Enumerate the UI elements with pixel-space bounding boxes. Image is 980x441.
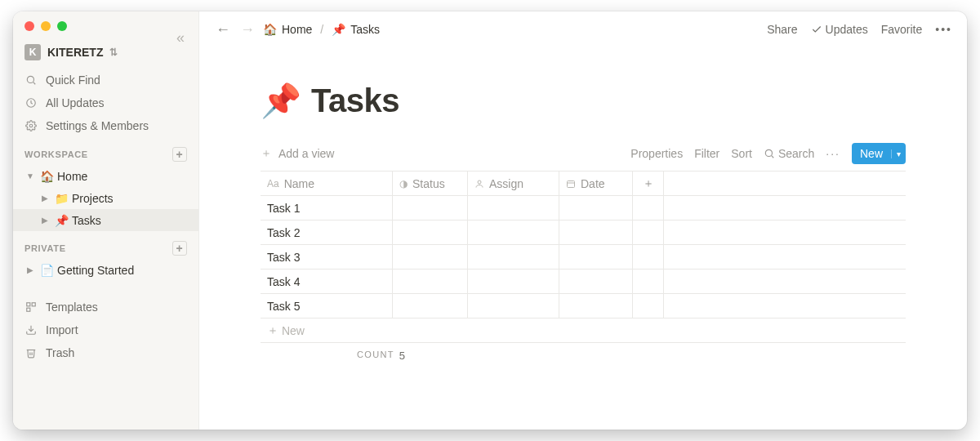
pushpin-icon[interactable]: 📌 [261, 82, 301, 120]
updates-label: Updates [826, 23, 868, 36]
pushpin-icon: 📌 [54, 214, 69, 227]
plus-icon: ＋ [267, 323, 278, 338]
caret-right-icon[interactable]: ▶ [39, 216, 51, 225]
new-record-button[interactable]: New ▾ [852, 143, 906, 164]
templates-button[interactable]: Templates [13, 296, 198, 318]
chevron-down-icon[interactable]: ▾ [891, 149, 906, 158]
filter-button[interactable]: Filter [694, 147, 719, 160]
quick-find-label: Quick Find [46, 74, 100, 87]
nav-back-button[interactable]: ← [214, 21, 232, 38]
sidebar-item-home[interactable]: ▼ 🏠 Home [13, 165, 198, 187]
settings-members[interactable]: Settings & Members [13, 114, 198, 137]
add-column-button[interactable]: ＋ [633, 172, 664, 195]
folder-icon: 📁 [54, 192, 69, 205]
updates-button[interactable]: Updates [811, 23, 868, 36]
favorite-button[interactable]: Favorite [881, 23, 923, 36]
caret-down-icon[interactable]: ▼ [24, 172, 36, 180]
select-prop-icon: ◑ [399, 178, 408, 189]
svg-point-10 [478, 180, 481, 184]
search-icon [764, 148, 775, 159]
section-workspace-header: WORKSPACE + [13, 137, 198, 165]
table-header-row: Aa Name ◑ Status Assign [261, 172, 906, 196]
page-icon: 📄 [39, 264, 54, 277]
add-view-label: Add a view [278, 147, 334, 160]
page-body: 📌 Tasks ＋ Add a view Properties Filter S… [199, 47, 967, 430]
sidebar-item-label: Home [57, 170, 87, 183]
section-private-header: PRIVATE + [13, 231, 198, 259]
close-window-button[interactable] [24, 21, 34, 31]
clock-icon [24, 97, 38, 109]
add-view-button[interactable]: ＋ Add a view [261, 146, 334, 161]
count-label: COUNT [357, 350, 394, 362]
main-pane: ← → 🏠 Home / 📌 Tasks Share Updates Favor… [199, 11, 967, 430]
topbar: ← → 🏠 Home / 📌 Tasks Share Updates Favor… [199, 11, 967, 47]
settings-label: Settings & Members [46, 119, 149, 132]
zoom-window-button[interactable] [57, 21, 67, 31]
home-icon: 🏠 [39, 170, 54, 183]
chevron-updown-icon: ⇅ [109, 47, 118, 58]
caret-right-icon[interactable]: ▶ [39, 194, 51, 203]
new-label: New [852, 147, 891, 160]
workspace-name: KITERETZ [47, 46, 103, 59]
sidebar-item-projects[interactable]: ▶ 📁 Projects [13, 187, 198, 209]
properties-button[interactable]: Properties [630, 147, 683, 160]
sidebar: « K KITERETZ ⇅ Quick Find All Updates Se… [13, 11, 199, 430]
templates-icon [24, 301, 38, 313]
column-label: Status [412, 177, 445, 190]
new-row-label: New [282, 324, 305, 337]
nav-forward-button[interactable]: → [238, 21, 256, 38]
sidebar-item-label: Getting Started [57, 264, 134, 277]
column-header-date[interactable]: Date [559, 172, 633, 195]
quick-find[interactable]: Quick Find [13, 69, 198, 91]
svg-point-0 [27, 76, 33, 82]
more-menu-button[interactable]: ••• [935, 23, 952, 36]
svg-rect-6 [27, 308, 30, 311]
trash-button[interactable]: Trash [13, 341, 198, 364]
table-row[interactable]: Task 2 [261, 220, 906, 245]
aggregate-row[interactable]: COUNT 5 [261, 343, 906, 368]
import-label: Import [46, 323, 78, 336]
column-header-assign[interactable]: Assign [468, 172, 559, 195]
table-row[interactable]: Task 1 [261, 196, 906, 220]
count-value: 5 [399, 350, 405, 362]
table-row[interactable]: Task 3 [261, 245, 906, 270]
table-row[interactable]: Task 4 [261, 270, 906, 294]
window-controls [24, 21, 67, 31]
sidebar-item-getting-started[interactable]: ▶ 📄 Getting Started [13, 259, 198, 281]
svg-line-9 [772, 156, 774, 158]
all-updates[interactable]: All Updates [13, 91, 198, 114]
database-table: Aa Name ◑ Status Assign [261, 171, 906, 343]
table-row[interactable]: Task 5 [261, 294, 906, 318]
minimize-window-button[interactable] [41, 21, 51, 31]
svg-line-1 [33, 82, 36, 85]
caret-right-icon[interactable]: ▶ [24, 265, 36, 274]
home-icon: 🏠 [263, 23, 277, 36]
breadcrumb-home[interactable]: Home [282, 23, 312, 36]
column-header-status[interactable]: ◑ Status [393, 172, 468, 195]
sidebar-item-tasks[interactable]: ▶ 📌 Tasks [13, 209, 198, 231]
person-prop-icon [474, 179, 484, 189]
breadcrumb: 🏠 Home / 📌 Tasks [263, 23, 380, 36]
new-row-button[interactable]: ＋ New [261, 318, 906, 343]
gear-icon [24, 120, 38, 131]
column-header-name[interactable]: Aa Name [261, 172, 393, 195]
trash-label: Trash [46, 346, 74, 359]
collapse-sidebar-icon[interactable]: « [176, 29, 185, 47]
cell-name: Task 1 [267, 202, 300, 215]
sidebar-item-label: Tasks [72, 214, 101, 227]
share-button[interactable]: Share [767, 23, 797, 36]
page-title-row: 📌 Tasks [261, 82, 906, 120]
app-window: « K KITERETZ ⇅ Quick Find All Updates Se… [13, 11, 967, 430]
more-options-button[interactable]: ··· [826, 147, 840, 160]
download-icon [24, 324, 38, 336]
import-button[interactable]: Import [13, 318, 198, 341]
search-button[interactable]: Search [764, 147, 814, 160]
add-page-button[interactable]: + [172, 147, 187, 162]
page-title[interactable]: Tasks [311, 82, 399, 119]
add-private-page-button[interactable]: + [172, 241, 187, 256]
workspace-switcher[interactable]: K KITERETZ ⇅ [13, 41, 198, 69]
breadcrumb-tasks[interactable]: Tasks [350, 23, 380, 36]
cell-name: Task 2 [267, 226, 300, 239]
column-label: Assign [489, 177, 523, 190]
sort-button[interactable]: Sort [731, 147, 752, 160]
